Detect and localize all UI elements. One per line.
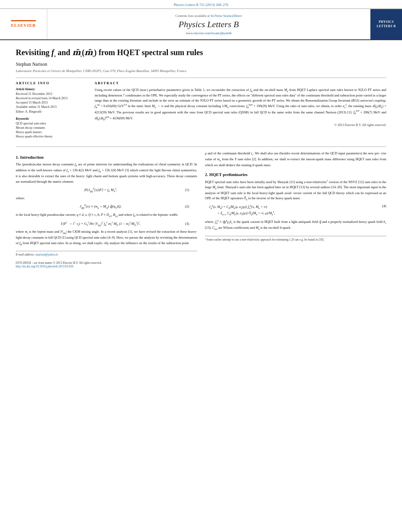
divider-2 [16,146,386,147]
info-abstract-section: ARTICLE INFO Article history: Received 2… [16,81,386,142]
email-line: E-mail address: snarison@yahoo.fr. [16,253,197,257]
keyword-2: Meson decay constants [16,126,87,130]
article-info-title: ARTICLE INFO [16,81,87,85]
keyword-4: Heavy quark effective theory [16,134,87,139]
keyword-1: QCD spectral sum rules [16,121,87,126]
body-columns: 1. Introduction The (pseudo)scalar meson… [16,151,386,270]
elsevier-banner: ELSEVIER Contents lists available at Sci… [0,9,402,40]
banner-logo-text: PHYSICS LETTERS B [373,20,400,28]
received-revised-date: Received in revised form 14 March 2013 [16,96,87,100]
right-footnote-section: ¹ Some earlier attempt to use a non-rela… [205,236,386,242]
journal-link[interactable]: Physics Letters B 721 (2013) 269–276 [174,3,229,7]
section2-para1: HQET spectral sum rules have been initia… [205,179,386,202]
equation-4-number: (4) [374,204,386,208]
footnote-1: ¹ Some earlier attempt to use a non-rela… [205,238,386,242]
right-col-intro-continued: μ and of the continuum threshold tc. We … [205,151,386,168]
author-affiliation: Laboratoire Particules et Univers de Mon… [16,69,386,73]
keyword-3: Heavy quark masses [16,130,87,134]
section1-para1: The (pseudo)scalar meson decay constants… [16,162,197,184]
journal-title-banner: Physics Letters B [179,19,239,30]
editor: Editor: A. Ringwald [16,109,87,114]
sciverse-link[interactable]: SciVerse ScienceDirect [210,14,242,18]
section2-heading: 2. HQET preliminaries [205,172,386,177]
doi-link[interactable]: http://dx.doi.org/10.1016/j.physletb.201… [16,265,73,268]
abstract-title: ABSTRACT [95,81,386,85]
footer-line1: 0370-2693/$ – see front matter © 2013 El… [16,261,197,265]
abstract-text: Using recent values of the QCD (non-) pe… [95,87,386,122]
equation-1: ⟨0|Jq̄QP(x)|P⟩ = fP MP2, [24,187,177,193]
article-info: ARTICLE INFO Article history: Received 2… [16,81,87,142]
accepted-date: Accepted 15 March 2013 [16,100,87,105]
right-column: μ and of the continuum threshold tc. We … [205,151,386,270]
section1-where1: where: [16,196,197,201]
section1-para2: is the local heavy-light pseudoscalar cu… [16,212,197,218]
section1-para3: where ml is the lepton mass and |VQq| th… [16,229,197,246]
main-content: Revisiting fB and m̄b(m̄b) from HQET spe… [0,40,402,278]
article-history: Article history: Received 21 December 20… [16,87,87,114]
available-date: Available online 21 March 2013 [16,105,87,109]
contents-line: Contents lists available at SciVerse Sci… [175,14,242,18]
article-title: Revisiting fB and m̄b(m̄b) from HQET spe… [16,47,386,58]
equation-2-number: (2) [177,204,189,208]
divider-1 [16,78,386,78]
received-date: Received 21 December 2012 [16,92,87,96]
section1-heading: 1. Introduction [16,155,197,159]
abstract-copyright: © 2013 Elsevier B.V. All rights reserved… [95,123,386,127]
section2-para2: where: j̃Aμ ≡ q̄γμγ5hv is the quark curr… [205,219,386,231]
equation-2: Jq̄QP(x) ≡ (mq + MQ) q̄(iγ5)Q, [24,204,177,209]
equation-3-number: (3) [177,222,189,226]
journal-logo-right: PHYSICS LETTERS B [370,9,402,39]
elsevier-logo: ELSEVIER [11,20,36,28]
author-name: Stephan Narison [16,61,386,67]
left-column: 1. Introduction The (pseudo)scalar meson… [16,151,197,270]
keywords-label: Keywords: [16,117,87,120]
equation-2-block: Jq̄QP(x) ≡ (mq + MQ) q̄(iγ5)Q, (2) [24,204,189,209]
footer-line2: http://dx.doi.org/10.1016/j.physletb.201… [16,265,197,268]
email-link[interactable]: snarison@yahoo.fr. [35,253,59,256]
journal-header: Physics Letters B 721 (2013) 269–276 [0,0,402,9]
equation-1-number: (1) [177,188,189,192]
footnote-section: E-mail address: snarison@yahoo.fr. [16,251,197,257]
equation-3-block: Γ(P+ → l+ νl) = GF2/8π |VQq|2 fP2 ml2 MP… [24,221,189,226]
contents-text: Contents lists available at [175,14,210,18]
equation-1-block: ⟨0|Jq̄QP(x)|P⟩ = fP MP2, (1) [24,187,189,193]
elsevier-text: ELSEVIER [11,22,36,28]
elsevier-logo-section: ELSEVIER [0,9,47,39]
journal-banner-center: Contents lists available at SciVerse Sci… [47,9,370,39]
equation-4-block: JAμ(x, Mb) = Cb(Mb/μ, αs(μ)) j̃Aμ(x, Mb … [209,204,386,217]
keywords-block: Keywords: QCD spectral sum rules Meson d… [16,117,87,139]
equation-4: JAμ(x, Mb) = Cb(Mb/μ, αs(μ)) j̃Aμ(x, Mb … [209,204,374,217]
abstract-col: ABSTRACT Using recent values of the QCD … [95,81,386,142]
equation-3: Γ(P+ → l+ νl) = GF2/8π |VQq|2 fP2 ml2 MP… [24,221,177,226]
history-label: Article history: [16,87,87,91]
footer-copyright: 0370-2693/$ – see front matter © 2013 El… [16,261,197,270]
journal-url: www.elsevier.com/locate/physletb [186,31,232,35]
